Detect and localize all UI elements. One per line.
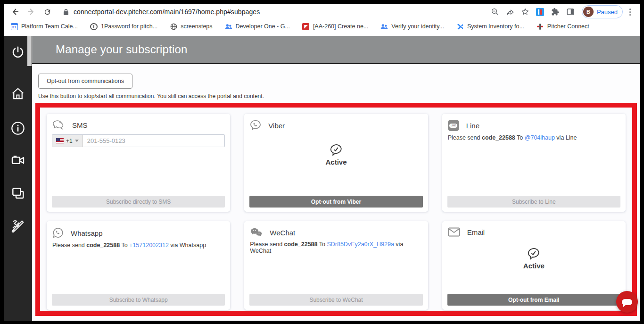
highlight-red-frame: SMS +1 Subscribe directly to SMS — [35, 103, 637, 316]
wechat-instruction: Please send code_22588 To SDr85DvEy2a0rX… — [250, 241, 422, 254]
bookmark-system-inventory[interactable]: System Inventory fo... — [456, 23, 524, 30]
menu-kebab-icon[interactable] — [626, 7, 635, 17]
optout-all-description: Use this button to stop/start all commun… — [38, 93, 640, 100]
phone-number-input[interactable] — [83, 135, 225, 147]
line-icon: LINE — [448, 120, 459, 131]
whatsapp-instruction: Please send code_22588 To +15712002312 v… — [52, 242, 224, 249]
bookmark-1password[interactable]: 1Password for pitch... — [90, 23, 157, 30]
windows-stack-icon[interactable] — [4, 186, 32, 201]
whatsapp-number-link[interactable]: +15712002312 — [129, 242, 169, 249]
jira-icon: ◤ — [302, 23, 310, 30]
card-whatsapp: Whatsapp Please send code_22588 To +1571… — [47, 221, 230, 310]
onepassword-icon — [90, 23, 98, 30]
avatar[interactable]: B — [583, 7, 594, 17]
chat-bubble-icon — [622, 299, 632, 305]
chat-launcher-button[interactable] — [616, 291, 638, 313]
portal-content: Manage your subscription Opt-out from co… — [32, 36, 640, 321]
optout-all-button[interactable]: Opt-out from communications — [38, 74, 132, 89]
share-icon[interactable] — [504, 5, 517, 18]
line-instruction: Please send code_22588 To @704ihaup via … — [448, 134, 620, 141]
card-title: SMS — [72, 121, 88, 129]
home-icon[interactable] — [4, 87, 32, 101]
bookmark-pitcher-connect[interactable]: Pitcher Connect — [537, 23, 589, 30]
bookmark-aa-260[interactable]: ◤ [AA-260] Create ne... — [302, 23, 368, 30]
url-text[interactable]: connectportal-dev.pitcher.com/main/1697/… — [74, 8, 260, 16]
wechat-id-link[interactable]: SDr85DvEy2a0rX_H929a — [327, 241, 394, 248]
calendar-icon: 31 — [10, 23, 18, 30]
active-check-bubble-icon — [527, 248, 540, 260]
phone-field: +1 — [52, 134, 225, 147]
card-title: Whatsapp — [71, 229, 103, 237]
bookmark-screensteps[interactable]: screensteps — [170, 23, 212, 30]
people-icon — [380, 23, 388, 30]
x-icon — [456, 23, 464, 30]
info-icon[interactable] — [4, 121, 32, 136]
card-title: Viber — [268, 122, 285, 130]
card-title: Line — [466, 122, 479, 130]
refresh-icon[interactable] — [41, 5, 54, 18]
zoom-out-icon[interactable] — [488, 5, 502, 18]
active-check-bubble-icon — [330, 144, 343, 156]
browser-window: connectportal-dev.pitcher.com/main/1697/… — [4, 4, 640, 321]
lock-icon — [63, 8, 69, 16]
email-envelope-icon — [448, 227, 460, 237]
page-header: Manage your subscription — [32, 36, 640, 64]
chevron-down-icon — [75, 140, 79, 142]
line-id-link[interactable]: @704ihaup — [525, 134, 555, 141]
bookmark-star-icon[interactable] — [519, 5, 532, 18]
optout-viber-button[interactable]: Opt-out from Viber — [249, 196, 422, 208]
status-active: Active — [442, 248, 626, 270]
card-wechat: WeChat Please send code_22588 To SDr85Dv… — [244, 221, 428, 310]
portal-sidebar — [4, 36, 32, 321]
bookmarks-bar: 31 Platform Team Cale... 1Password for p… — [4, 20, 640, 33]
page-title: Manage your subscription — [56, 43, 188, 56]
whatsapp-icon — [52, 227, 64, 239]
dial-code: +1 — [66, 138, 73, 144]
sync-paused-label: Paused — [597, 8, 618, 16]
portal-main: Manage your subscription Opt-out from co… — [4, 36, 640, 321]
tools-icon[interactable] — [4, 219, 32, 234]
forward-icon[interactable] — [25, 5, 38, 18]
back-icon[interactable] — [8, 5, 22, 18]
bookmark-verify-identity[interactable]: Verify your identity... — [380, 23, 444, 30]
wechat-icon — [250, 227, 263, 238]
subscribe-wechat-button[interactable]: Subscribe to WeChat — [249, 294, 422, 306]
bookmark-platform-team[interactable]: 31 Platform Team Cale... — [10, 23, 78, 30]
video-camera-icon[interactable] — [4, 153, 32, 168]
extension-ie-icon[interactable] — [534, 5, 547, 18]
card-sms: SMS +1 Subscribe directly to SMS — [47, 114, 230, 212]
card-email: Email Active Opt-out from Email — [442, 221, 626, 310]
card-line: LINE Line Please send code_22588 To @704… — [442, 114, 626, 212]
subscribe-line-button[interactable]: Subscribe to Line — [447, 196, 620, 208]
status-active: Active — [244, 144, 428, 166]
extensions-puzzle-icon[interactable] — [549, 5, 562, 18]
subscription-cards-grid: SMS +1 Subscribe directly to SMS — [40, 108, 632, 311]
subscribe-whatsapp-button[interactable]: Subscribe to Whatsapp — [52, 294, 225, 306]
sidebar-scrollbar-thumb[interactable] — [27, 36, 32, 66]
optout-email-button[interactable]: Opt-out from Email — [447, 294, 620, 306]
country-code-dropdown[interactable]: +1 — [52, 135, 83, 147]
globe-icon — [170, 23, 177, 30]
pitcher-icon — [537, 23, 544, 30]
address-bar[interactable]: connectportal-dev.pitcher.com/main/1697/… — [57, 5, 488, 18]
toolbar-right-icons: B Paused — [488, 5, 635, 18]
us-flag-icon — [56, 138, 64, 143]
people-icon — [225, 23, 232, 30]
card-viber: Viber Active Opt-out from Viber — [244, 114, 428, 212]
browser-toolbar: connectportal-dev.pitcher.com/main/1697/… — [4, 4, 640, 20]
side-panel-icon[interactable] — [564, 5, 577, 18]
viber-icon — [250, 120, 261, 131]
subscribe-sms-button[interactable]: Subscribe directly to SMS — [52, 196, 225, 208]
profile-chip[interactable]: B Paused — [582, 5, 623, 18]
card-title: Email — [467, 228, 485, 236]
sms-bubbles-icon — [52, 120, 65, 130]
bookmark-developer-one[interactable]: Developer One - G... — [225, 23, 290, 30]
card-title: WeChat — [270, 229, 295, 237]
